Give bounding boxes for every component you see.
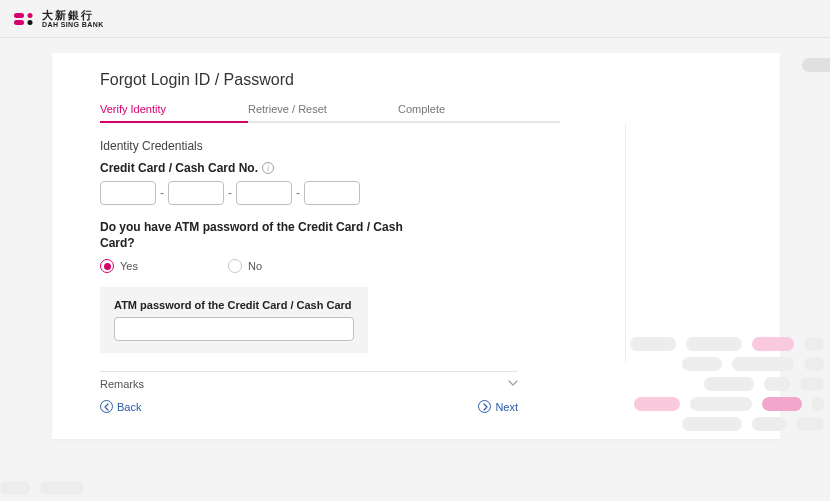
info-icon[interactable]: i bbox=[262, 162, 274, 174]
back-label: Back bbox=[117, 401, 141, 413]
card-number-row: - - - bbox=[100, 181, 736, 205]
brand-logo: 大新銀行 DAH SING BANK bbox=[14, 10, 104, 28]
radio-yes-label: Yes bbox=[120, 260, 138, 272]
card-number-label: Credit Card / Cash Card No. i bbox=[100, 161, 736, 175]
step-tabs: Verify Identity Retrieve / Reset Complet… bbox=[100, 103, 560, 123]
card-segment-1[interactable] bbox=[100, 181, 156, 205]
card-number-label-text: Credit Card / Cash Card No. bbox=[100, 161, 258, 175]
atm-radio-group: Yes No bbox=[100, 259, 736, 273]
radio-yes[interactable]: Yes bbox=[100, 259, 138, 273]
radio-no-label: No bbox=[248, 260, 262, 272]
radio-no[interactable]: No bbox=[228, 259, 262, 273]
svg-rect-1 bbox=[14, 20, 24, 25]
dash: - bbox=[228, 186, 232, 200]
dash: - bbox=[296, 186, 300, 200]
brand-name-en: DAH SING BANK bbox=[42, 21, 104, 28]
remarks-row[interactable]: Remarks bbox=[100, 371, 518, 390]
vertical-divider bbox=[625, 123, 626, 363]
card-segment-4[interactable] bbox=[304, 181, 360, 205]
next-label: Next bbox=[495, 401, 518, 413]
svg-point-2 bbox=[28, 13, 33, 18]
next-button[interactable]: Next bbox=[478, 400, 518, 413]
remarks-label: Remarks bbox=[100, 378, 144, 390]
brand-logo-mark bbox=[14, 11, 36, 27]
nav-row: Back Next bbox=[100, 400, 518, 413]
brand-name-cn: 大新銀行 bbox=[42, 10, 104, 21]
next-arrow-icon bbox=[478, 400, 491, 413]
side-handle bbox=[802, 58, 830, 72]
atm-password-label: ATM password of the Credit Card / Cash C… bbox=[114, 299, 354, 311]
back-arrow-icon bbox=[100, 400, 113, 413]
svg-point-3 bbox=[28, 20, 33, 25]
radio-icon bbox=[228, 259, 242, 273]
radio-icon bbox=[100, 259, 114, 273]
tab-complete: Complete bbox=[398, 103, 548, 121]
atm-password-input[interactable] bbox=[114, 317, 354, 341]
top-bar: 大新銀行 DAH SING BANK bbox=[0, 0, 830, 38]
atm-question-label: Do you have ATM password of the Credit C… bbox=[100, 219, 420, 251]
svg-rect-0 bbox=[14, 13, 24, 18]
chevron-down-icon bbox=[508, 378, 518, 390]
card-segment-2[interactable] bbox=[168, 181, 224, 205]
section-title: Identity Credentials bbox=[100, 139, 736, 153]
decorative-pills bbox=[630, 337, 824, 431]
tab-verify-identity[interactable]: Verify Identity bbox=[100, 103, 248, 123]
page-title: Forgot Login ID / Password bbox=[100, 71, 736, 89]
card-segment-3[interactable] bbox=[236, 181, 292, 205]
tab-retrieve-reset: Retrieve / Reset bbox=[248, 103, 398, 121]
dash: - bbox=[160, 186, 164, 200]
back-button[interactable]: Back bbox=[100, 400, 141, 413]
atm-password-box: ATM password of the Credit Card / Cash C… bbox=[100, 287, 368, 353]
decorative-pills-left bbox=[0, 481, 84, 495]
